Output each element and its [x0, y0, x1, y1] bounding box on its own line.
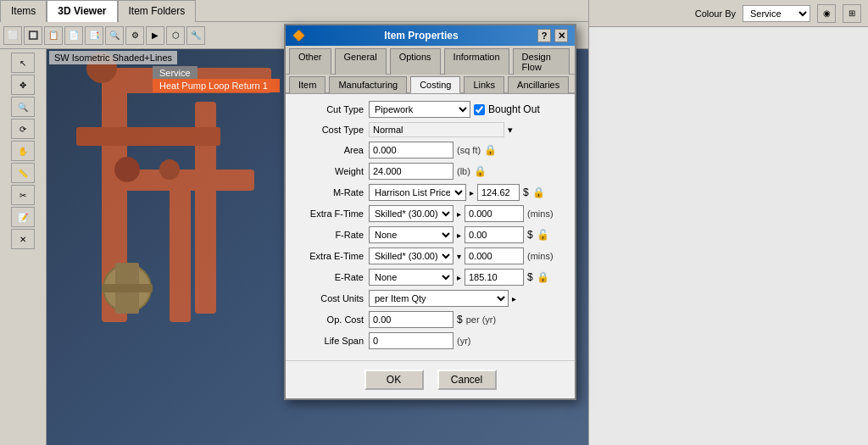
f-rate-amount[interactable] [465, 226, 524, 243]
cost-units-select[interactable]: per Item Qty [369, 290, 509, 307]
colour-by-dropdown[interactable]: Service [743, 5, 810, 22]
m-rate-select[interactable]: Harrison List Prices [369, 184, 466, 201]
dialog-close-button[interactable]: ✕ [554, 29, 568, 42]
cost-units-control: per Item Qty ▸ [369, 290, 568, 307]
extra-f-time-select[interactable]: Skilled* (30.00) [369, 205, 453, 222]
toolbar-btn-6[interactable]: 🔍 [105, 26, 124, 45]
bought-out-checkbox[interactable] [474, 104, 485, 115]
side-btn-orbit[interactable]: ⟳ [11, 119, 35, 139]
tab-general[interactable]: General [335, 48, 387, 75]
weight-label: Weight [292, 166, 369, 176]
side-btn-select[interactable]: ↖ [11, 53, 35, 73]
op-cost-input[interactable] [369, 311, 453, 328]
dialog-title: Item Properties [384, 30, 458, 42]
f-rate-select[interactable]: None [369, 226, 453, 243]
cost-units-label: Cost Units [292, 293, 369, 303]
weight-unit: (lb) [457, 166, 470, 176]
cost-units-dot: ▸ [512, 294, 516, 303]
m-rate-amount[interactable] [477, 184, 520, 201]
tab-costing[interactable]: Costing [410, 76, 460, 93]
bought-out-group: Bought Out [474, 103, 540, 115]
e-rate-dot: ▸ [457, 273, 461, 282]
e-rate-amount[interactable] [465, 269, 524, 286]
extra-f-time-amount[interactable] [465, 205, 524, 222]
side-btn-measure[interactable]: 📏 [11, 163, 35, 183]
side-btn-annotate[interactable]: 📝 [11, 207, 35, 227]
cut-type-select[interactable]: Pipework [369, 101, 470, 118]
view-label: SW Isometric Shaded+Lines [49, 51, 177, 64]
tab-links[interactable]: Links [464, 76, 504, 93]
right-toolbar-btn-2[interactable]: ⊞ [843, 4, 861, 23]
op-cost-currency: $ [457, 314, 463, 325]
area-control: (sq ft) 🔒 [369, 142, 568, 159]
life-span-label: Life Span [292, 336, 369, 346]
extra-f-time-label: Extra F-Time [292, 209, 369, 219]
toolbar-btn-1[interactable]: ⬜ [3, 26, 22, 45]
tab-options[interactable]: Options [390, 48, 441, 75]
weight-row: Weight (lb) 🔒 [292, 163, 568, 180]
ok-button[interactable]: OK [364, 370, 424, 390]
extra-f-time-unit: (mins) [527, 209, 554, 219]
area-input[interactable] [369, 142, 453, 159]
f-rate-currency: $ [527, 229, 533, 241]
area-label: Area [292, 145, 369, 155]
cost-type-value: Normal [369, 122, 504, 137]
tab-item-folders[interactable]: Item Folders [118, 0, 197, 22]
toolbar-btn-4[interactable]: 📄 [64, 26, 83, 45]
side-btn-x[interactable]: ✕ [11, 229, 35, 249]
extra-e-time-dropdown-arrow: ▾ [457, 252, 461, 261]
side-btn-zoom[interactable]: 🔍 [11, 97, 35, 117]
dialog-help-button[interactable]: ? [537, 29, 551, 42]
tab-item[interactable]: Item [289, 76, 326, 93]
area-lock-icon[interactable]: 🔒 [484, 144, 497, 156]
e-rate-select[interactable]: None [369, 269, 453, 286]
tab-3d-viewer[interactable]: 3D Viewer [47, 0, 117, 22]
toolbar-btn-9[interactable]: ⬡ [166, 26, 185, 45]
weight-input[interactable] [369, 163, 453, 180]
top-nav-bar: Items 3D Viewer Item Folders [0, 0, 593, 22]
f-rate-dot: ▸ [457, 231, 461, 240]
m-rate-lock-icon[interactable]: 🔒 [532, 186, 545, 198]
weight-lock-icon[interactable]: 🔒 [474, 165, 487, 177]
extra-f-time-control: Skilled* (30.00) ▸ (mins) [369, 205, 568, 222]
f-rate-lock-icon[interactable]: 🔓 [537, 229, 549, 241]
svg-rect-3 [170, 170, 191, 322]
toolbar-btn-2[interactable]: 🔲 [24, 26, 42, 45]
tab-items[interactable]: Items [0, 0, 47, 22]
side-btn-move[interactable]: ✥ [11, 75, 35, 95]
extra-e-time-amount[interactable] [465, 248, 524, 264]
tab-manufacturing[interactable]: Manufacturing [329, 76, 407, 93]
cut-type-label: Cut Type [292, 104, 369, 114]
life-span-unit: (yr) [457, 336, 471, 346]
extra-e-time-select[interactable]: Skilled* (30.00) [369, 248, 453, 264]
side-btn-pan[interactable]: ✋ [11, 141, 35, 161]
tab-information[interactable]: Information [444, 48, 509, 75]
right-toolbar-btn-1[interactable]: ◉ [817, 4, 836, 23]
extra-e-time-row: Extra E-Time Skilled* (30.00) ▾ (mins) [292, 248, 568, 264]
toolbar-btn-3[interactable]: 📋 [44, 26, 63, 45]
cancel-button[interactable]: Cancel [437, 370, 497, 390]
tab-other[interactable]: Other [289, 48, 331, 75]
service-label: Service [153, 66, 198, 80]
bought-out-label: Bought Out [488, 103, 540, 115]
e-rate-control: None ▸ $ 🔒 [369, 269, 568, 286]
extra-e-time-label: Extra E-Time [292, 251, 369, 261]
toolbar-btn-7[interactable]: ⚙ [125, 26, 144, 45]
e-rate-lock-icon[interactable]: 🔒 [537, 271, 549, 283]
toolbar-btn-10[interactable]: 🔧 [186, 26, 205, 45]
life-span-input[interactable] [369, 332, 453, 349]
item-properties-dialog: 🔶 Item Properties ? ✕ Other General Opti… [284, 24, 576, 400]
area-unit: (sq ft) [457, 145, 481, 155]
life-span-control: (yr) [369, 332, 568, 349]
m-rate-control: Harrison List Prices ▸ $ 🔒 [369, 184, 568, 201]
right-panel: Colour By Service ◉ ⊞ [588, 0, 868, 445]
toolbar-btn-8[interactable]: ▶ [146, 26, 164, 45]
extra-e-time-control: Skilled* (30.00) ▾ (mins) [369, 248, 568, 264]
side-toolbar: ↖ ✥ 🔍 ⟳ ✋ 📏 ✂ 📝 ✕ [0, 49, 47, 445]
side-btn-section[interactable]: ✂ [11, 185, 35, 205]
tab-ancillaries[interactable]: Ancillaries [508, 76, 569, 93]
colour-by-label: Colour By [695, 8, 736, 19]
dialog-form: Cut Type Pipework Bought Out Cost Type N… [286, 94, 575, 360]
tab-design-flow[interactable]: Design Flow [513, 48, 570, 75]
toolbar-btn-5[interactable]: 📑 [85, 26, 103, 45]
